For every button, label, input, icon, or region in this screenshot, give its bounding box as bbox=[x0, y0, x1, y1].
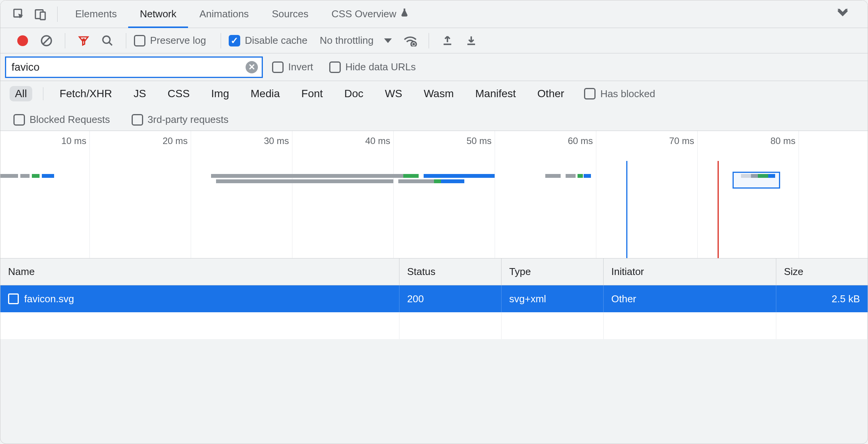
filter-media[interactable]: Media bbox=[245, 86, 285, 101]
col-initiator[interactable]: Initiator bbox=[604, 258, 776, 285]
filter-js[interactable]: JS bbox=[128, 86, 152, 101]
divider bbox=[57, 7, 58, 22]
svg-point-6 bbox=[413, 43, 415, 45]
filter-ws[interactable]: WS bbox=[380, 86, 408, 101]
cell-size: 2.5 kB bbox=[776, 285, 868, 312]
filter-other[interactable]: Other bbox=[532, 86, 569, 101]
checkbox-icon bbox=[584, 88, 596, 99]
third-party-checkbox[interactable]: 3rd-party requests bbox=[132, 114, 229, 126]
dom-content-loaded-marker bbox=[626, 161, 627, 258]
invert-checkbox[interactable]: Invert bbox=[272, 61, 313, 73]
filter-font[interactable]: Font bbox=[296, 86, 328, 101]
more-tabs-icon[interactable] bbox=[825, 8, 860, 20]
clear-button[interactable] bbox=[38, 32, 55, 49]
checkbox-icon bbox=[134, 35, 145, 46]
checkbox-icon bbox=[13, 114, 25, 126]
filter-wasm[interactable]: Wasm bbox=[418, 86, 459, 101]
chevron-down-icon[interactable] bbox=[384, 38, 392, 43]
clear-filter-icon[interactable]: ✕ bbox=[246, 61, 258, 73]
import-har-icon[interactable] bbox=[439, 32, 456, 49]
hide-data-urls-checkbox[interactable]: Hide data URLs bbox=[329, 61, 416, 73]
filter-manifest[interactable]: Manifest bbox=[470, 86, 521, 101]
search-icon[interactable] bbox=[99, 32, 116, 49]
disable-cache-checkbox[interactable]: Disable cache bbox=[229, 35, 307, 46]
network-table: Name Status Type Initiator Size favicon.… bbox=[0, 258, 868, 339]
table-header: Name Status Type Initiator Size bbox=[0, 258, 868, 285]
checkbox-label: 3rd-party requests bbox=[148, 114, 229, 126]
filter-all[interactable]: All bbox=[10, 86, 32, 101]
table-row[interactable]: favicon.svg 200 svg+xml Other 2.5 kB bbox=[0, 285, 868, 312]
timeline-selection[interactable] bbox=[733, 172, 780, 189]
filter-row: ✕ Invert Hide data URLs bbox=[0, 53, 868, 81]
preserve-log-checkbox[interactable]: Preserve log bbox=[134, 35, 206, 46]
checkbox-label: Invert bbox=[288, 61, 313, 73]
timeline-labels: 10 ms20 ms30 ms40 ms50 ms60 ms70 ms80 ms… bbox=[0, 133, 868, 146]
tab-elements[interactable]: Elements bbox=[64, 0, 128, 28]
tab-css-overview[interactable]: CSS Overview bbox=[320, 0, 421, 28]
col-status[interactable]: Status bbox=[399, 258, 502, 285]
load-event-marker bbox=[718, 161, 719, 258]
divider bbox=[126, 33, 126, 48]
divider bbox=[429, 33, 429, 48]
filter-input-wrapper: ✕ bbox=[5, 56, 263, 78]
tab-label: Elements bbox=[75, 8, 117, 20]
divider bbox=[65, 33, 65, 48]
svg-point-4 bbox=[82, 38, 85, 41]
throttling-select[interactable]: No throttling bbox=[320, 35, 373, 46]
device-toggle-icon[interactable] bbox=[30, 3, 51, 25]
checkbox-icon bbox=[272, 61, 284, 73]
checkbox-label: Disable cache bbox=[245, 35, 307, 46]
table-row-empty bbox=[0, 312, 868, 339]
filter-img[interactable]: Img bbox=[206, 86, 234, 101]
network-toolbar: Preserve log Disable cache No throttling bbox=[0, 28, 868, 53]
network-timeline[interactable]: 10 ms20 ms30 ms40 ms50 ms60 ms70 ms80 ms… bbox=[0, 131, 868, 258]
checkbox-label: Hide data URLs bbox=[345, 61, 416, 73]
cell-name: favicon.svg bbox=[0, 285, 399, 312]
cell-status: 200 bbox=[399, 285, 502, 312]
empty-rows bbox=[0, 312, 868, 339]
inspect-element-icon[interactable] bbox=[8, 3, 30, 25]
network-conditions-icon[interactable] bbox=[402, 32, 419, 49]
col-type[interactable]: Type bbox=[502, 258, 604, 285]
cell-initiator: Other bbox=[604, 285, 776, 312]
export-har-icon[interactable] bbox=[463, 32, 480, 49]
svg-point-5 bbox=[103, 36, 110, 43]
checkbox-label: Preserve log bbox=[150, 35, 206, 46]
divider bbox=[221, 33, 221, 48]
timeline-grid bbox=[0, 131, 868, 258]
filter-input[interactable] bbox=[12, 61, 246, 73]
svg-rect-8 bbox=[444, 43, 451, 45]
filter-css[interactable]: CSS bbox=[162, 86, 195, 101]
checkbox-icon bbox=[132, 114, 143, 126]
filter-fetch-xhr[interactable]: Fetch/XHR bbox=[54, 86, 117, 101]
cell-type: svg+xml bbox=[502, 285, 604, 312]
blocked-requests-checkbox[interactable]: Blocked Requests bbox=[13, 114, 110, 126]
throttling-label: No throttling bbox=[320, 35, 373, 46]
tab-label: Sources bbox=[272, 8, 308, 20]
checkbox-label: Has blocked bbox=[600, 88, 655, 100]
tab-sources[interactable]: Sources bbox=[260, 0, 320, 28]
tab-network[interactable]: Network bbox=[128, 0, 188, 28]
tab-label: Network bbox=[140, 8, 176, 20]
col-size[interactable]: Size bbox=[776, 258, 868, 285]
divider bbox=[43, 87, 43, 100]
flask-icon bbox=[399, 8, 409, 20]
svg-rect-9 bbox=[467, 43, 475, 45]
has-blocked-checkbox[interactable]: Has blocked bbox=[584, 88, 655, 100]
filter-doc[interactable]: Doc bbox=[339, 86, 369, 101]
tab-label: CSS Overview bbox=[332, 8, 396, 20]
file-icon bbox=[8, 293, 19, 304]
svg-rect-2 bbox=[40, 12, 45, 20]
devtools-tab-bar: Elements Network Animations Sources CSS … bbox=[0, 0, 868, 28]
category-filter-row: All Fetch/XHR JS CSS Img Media Font Doc … bbox=[0, 81, 868, 131]
filter-toggle-icon[interactable] bbox=[75, 32, 92, 49]
tab-animations[interactable]: Animations bbox=[188, 0, 261, 28]
checkbox-icon bbox=[229, 35, 240, 46]
col-name[interactable]: Name bbox=[0, 258, 399, 285]
checkbox-icon bbox=[329, 61, 341, 73]
checkbox-label: Blocked Requests bbox=[30, 114, 110, 126]
tab-label: Animations bbox=[200, 8, 249, 20]
record-button[interactable] bbox=[17, 35, 28, 46]
